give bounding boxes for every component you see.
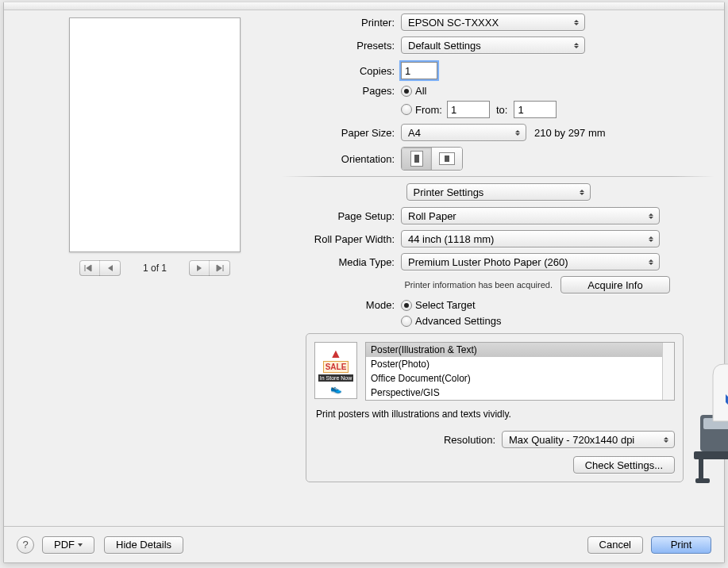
printer-value: EPSON SC-TXXXX xyxy=(408,17,499,29)
instore-badge: In Store Now xyxy=(318,374,353,382)
section-select[interactable]: Printer Settings xyxy=(406,183,591,201)
divider xyxy=(282,176,715,177)
copies-field[interactable] xyxy=(401,62,437,79)
pages-to-label: to: xyxy=(496,104,507,116)
roll-width-label: Roll Paper Width: xyxy=(282,233,401,245)
go-last-button[interactable] xyxy=(210,260,230,276)
chevron-updown-icon xyxy=(572,17,580,27)
dialog-footer: ? PDF Hide Details Cancel Print xyxy=(4,526,724,562)
go-prev-button[interactable] xyxy=(100,260,121,276)
target-list[interactable]: Poster(Illustration & Text) Poster(Photo… xyxy=(365,342,675,401)
mode-advanced-label: Advanced Settings xyxy=(415,315,501,327)
copies-label: Copies: xyxy=(282,65,401,77)
orientation-segmented xyxy=(401,147,463,171)
chevron-updown-icon xyxy=(662,435,670,444)
go-next-icon xyxy=(195,264,203,272)
list-item[interactable]: Poster(Photo) xyxy=(366,357,674,371)
go-first-button[interactable] xyxy=(79,260,100,276)
mode-select-target-radio[interactable] xyxy=(401,300,412,311)
media-type-value: Premium Luster Photo Paper (260) xyxy=(408,256,568,268)
presets-select[interactable]: Default Settings xyxy=(401,36,585,54)
chevron-updown-icon xyxy=(647,257,655,267)
presets-value: Default Settings xyxy=(408,40,481,52)
resolution-value: Max Quality - 720x1440 dpi xyxy=(509,434,634,446)
go-next-button[interactable] xyxy=(189,260,210,276)
orientation-portrait-button[interactable] xyxy=(402,148,432,170)
pages-all-radio[interactable] xyxy=(401,86,412,97)
printer-label: Printer: xyxy=(282,17,401,29)
chevron-updown-icon xyxy=(572,40,580,50)
mode-advanced-radio[interactable] xyxy=(401,316,412,327)
pages-to-field[interactable] xyxy=(514,101,557,118)
printer-info-msg: Printer information has been acquired. xyxy=(405,280,553,290)
help-button[interactable]: ? xyxy=(17,536,34,554)
pages-all-label: All xyxy=(415,85,426,97)
mode-select-target-label: Select Target xyxy=(415,299,476,311)
roll-width-value: 44 inch (1118 mm) xyxy=(408,233,494,245)
check-settings-button[interactable]: Check Settings... xyxy=(573,456,675,474)
printer-select[interactable]: EPSON SC-TXXXX xyxy=(401,13,585,31)
printer-illustration: A xyxy=(686,359,728,486)
section-value: Printer Settings xyxy=(414,186,484,198)
printer-icon: A xyxy=(686,359,728,486)
paper-size-label: Paper Size: xyxy=(282,127,401,139)
list-scrollbar[interactable] xyxy=(662,343,674,400)
list-item[interactable]: Office Document(Color) xyxy=(366,371,674,386)
page-setup-value: Roll Paper xyxy=(408,210,456,222)
dialog-titlebar xyxy=(4,2,724,10)
page-setup-select[interactable]: Roll Paper xyxy=(401,207,660,225)
pdf-menu-button[interactable]: PDF xyxy=(42,536,94,554)
print-button[interactable]: Print xyxy=(651,536,711,554)
pages-label: Pages: xyxy=(282,85,401,97)
presets-label: Presets: xyxy=(282,40,401,52)
preview-nav-fwd-group xyxy=(189,260,230,276)
portrait-icon xyxy=(410,151,423,167)
acquire-info-button[interactable]: Acquire Info xyxy=(560,276,670,294)
resolution-select[interactable]: Max Quality - 720x1440 dpi xyxy=(502,431,675,448)
chevron-updown-icon xyxy=(647,234,655,244)
resolution-label: Resolution: xyxy=(444,434,495,446)
go-last-icon xyxy=(215,264,225,272)
chevron-updown-icon xyxy=(647,211,655,221)
page-setup-label: Page Setup: xyxy=(282,210,401,222)
pages-from-field[interactable] xyxy=(447,101,490,118)
svg-rect-5 xyxy=(695,478,710,483)
go-first-icon xyxy=(84,264,94,272)
cancel-button[interactable]: Cancel xyxy=(587,536,643,554)
orientation-landscape-button[interactable] xyxy=(432,148,462,170)
chevron-updown-icon xyxy=(578,187,586,197)
sale-badge: SALE xyxy=(323,361,349,373)
go-prev-icon xyxy=(106,264,114,272)
svg-rect-2 xyxy=(694,451,728,459)
page-preview xyxy=(69,17,241,252)
page-indicator: 1 of 1 xyxy=(143,263,167,274)
pages-range-radio[interactable] xyxy=(401,104,412,115)
mode-label: Mode: xyxy=(282,299,401,311)
media-type-select[interactable]: Premium Luster Photo Paper (260) xyxy=(401,253,660,271)
preview-nav-back-group xyxy=(79,260,121,276)
target-thumbnail: ▲ SALE In Store Now 👟 xyxy=(314,342,357,399)
chevron-down-icon xyxy=(78,543,83,547)
print-dialog: 1 of 1 Printer: EPSON SC-TXXXX xyxy=(3,2,725,563)
pages-from-label: From: xyxy=(415,104,442,116)
hide-details-button[interactable]: Hide Details xyxy=(104,536,183,554)
landscape-icon xyxy=(439,152,455,165)
paper-size-select[interactable]: A4 xyxy=(401,124,526,141)
list-item[interactable]: Poster(Illustration & Text) xyxy=(366,343,674,357)
roll-width-select[interactable]: 44 inch (1118 mm) xyxy=(401,230,660,248)
target-settings-box: ▲ SALE In Store Now 👟 Poster(Illustratio… xyxy=(306,333,684,482)
orientation-label: Orientation: xyxy=(282,153,401,165)
paper-dims-text: 210 by 297 mm xyxy=(534,127,606,139)
paper-size-value: A4 xyxy=(408,127,421,139)
chevron-updown-icon xyxy=(514,128,522,137)
list-item[interactable]: Perspective/GIS xyxy=(366,386,674,400)
svg-rect-3 xyxy=(699,459,703,482)
help-icon: ? xyxy=(22,539,28,551)
target-description: Print posters with illustrations and tex… xyxy=(316,409,673,420)
media-type-label: Media Type: xyxy=(282,256,401,268)
preview-panel: 1 of 1 xyxy=(60,10,250,276)
